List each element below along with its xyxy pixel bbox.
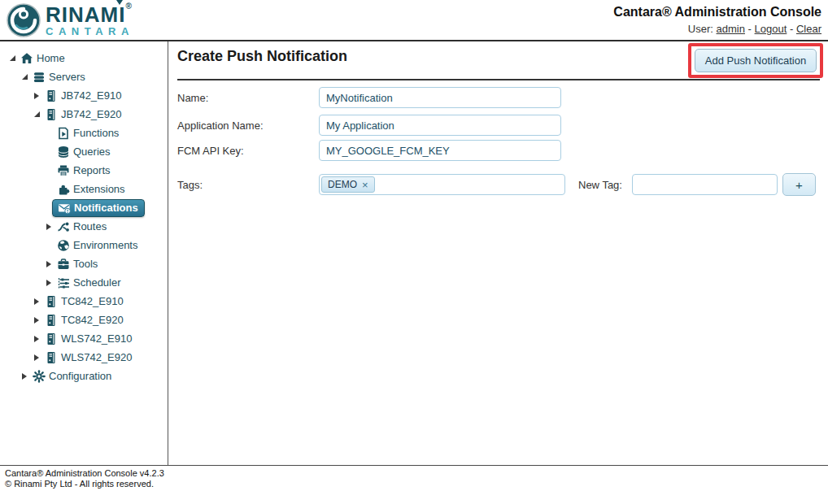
sidebar-item-servers[interactable]: Servers [0,67,168,86]
fcm-api-key-label: FCM API Key: [177,145,244,157]
brand-text: RINAMI® CANTARA [46,4,134,37]
sidebar-item-label: Functions [73,127,119,139]
configuration-icon [33,370,46,383]
servers-icon [33,71,46,84]
sidebar-item-label: Extensions [73,183,125,195]
app-header: RINAMI® CANTARA Cantara® Administration … [0,0,828,41]
scheduler-icon [57,276,70,289]
sidebar-item-jb742-e910[interactable]: JB742_E910 [0,86,168,105]
user-session-bar: User: admin - Logout - Clear [613,23,821,35]
arrow-spacer [43,165,54,176]
sidebar-item-tc842-e920[interactable]: TC842_E920 [0,311,168,329]
fcm-api-key-input[interactable] [319,140,561,161]
server-icon [45,108,58,121]
server-icon [45,351,58,364]
collapse-arrow-icon[interactable] [31,109,42,120]
logout-link[interactable]: Logout [755,23,787,35]
sidebar-item-tc842-e910[interactable]: TC842_E910 [0,292,168,311]
sidebar-item-label: Notifications [74,202,138,214]
brand-name-rinami: RINAMI® [46,4,134,25]
expand-arrow-icon[interactable] [43,277,54,289]
brand-triangle-accent [116,0,123,5]
sidebar-item-label: WLS742_E910 [61,332,132,345]
arrow-spacer [43,184,54,195]
sidebar-item-label: JB742_E910 [61,89,121,102]
name-label: Name: [177,92,208,104]
add-push-notification-button[interactable]: Add Push Notification [695,49,817,72]
separator: - [790,23,793,35]
sidebar-item-configuration[interactable]: Configuration [0,367,168,385]
application-name-label: Application Name: [177,119,264,132]
brand-logo: RINAMI® CANTARA [7,3,134,37]
cantara-admin-console: RINAMI® CANTARA Cantara® Administration … [0,0,828,504]
expand-arrow-icon[interactable] [31,352,42,363]
collapse-arrow-icon[interactable] [19,72,30,83]
expand-arrow-icon[interactable] [43,221,54,232]
sidebar-item-label: TC842_E910 [61,295,124,307]
expand-arrow-icon[interactable] [31,315,42,326]
sidebar-item-tools[interactable]: Tools [0,254,168,273]
console-title: Cantara® Administration Console [613,5,821,20]
arrow-spacer [43,146,54,158]
arrow-spacer [43,128,54,139]
sidebar-item-queries[interactable]: Queries [0,142,168,161]
sidebar-item-routes[interactable]: Routes [0,217,168,236]
arrow-spacer [43,240,54,251]
sidebar-item-label: Home [37,52,65,64]
sidebar-item-label: Scheduler [73,276,121,289]
registered-mark: ® [125,2,132,11]
sidebar-item-functions[interactable]: Functions [0,124,168,142]
expand-arrow-icon[interactable] [31,333,42,345]
sidebar-item-label: Configuration [49,370,111,382]
notifications-icon [58,202,71,215]
sidebar-item-extensions[interactable]: Extensions [0,180,168,198]
tags-label: Tags: [177,179,203,191]
rinami-logo-icon [7,3,41,37]
tools-icon [57,258,70,271]
routes-icon [57,220,70,233]
user-label: User: [688,23,713,35]
tags-input[interactable]: DEMO × [319,174,565,195]
tag-chip-label: DEMO [328,179,357,190]
expand-arrow-icon[interactable] [43,259,54,270]
sidebar-item-jb742-e920[interactable]: JB742_E920 [0,105,168,124]
navigation-tree: HomeServersJB742_E910JB742_E920Functions… [0,41,168,465]
expand-arrow-icon[interactable] [31,296,42,307]
page-title: Create Push Notification [177,48,347,65]
sidebar-item-label: TC842_E920 [61,314,124,326]
sidebar-item-notifications[interactable]: Notifications [0,198,168,217]
clear-link[interactable]: Clear [796,23,821,35]
new-tag-input[interactable] [632,174,778,195]
add-tag-button[interactable]: + [782,173,816,196]
expand-arrow-icon[interactable] [31,90,42,102]
sidebar-item-label: Routes [73,220,107,232]
sidebar-item-reports[interactable]: Reports [0,161,168,180]
collapse-arrow-icon[interactable] [7,53,18,64]
remove-tag-icon[interactable]: × [362,180,368,190]
separator: - [748,23,752,35]
sidebar-item-home[interactable]: Home [0,49,168,67]
reports-icon [57,164,70,177]
user-name-link[interactable]: admin [717,23,745,35]
extensions-icon [57,183,70,196]
server-icon [45,314,58,327]
sidebar-item-wls742-e910[interactable]: WLS742_E910 [0,329,168,348]
functions-icon [57,127,70,140]
expand-arrow-icon[interactable] [19,371,30,382]
server-icon [45,295,58,308]
sidebar-item-label: JB742_E920 [61,108,121,120]
sidebar-item-label: Servers [49,71,85,83]
name-input[interactable] [319,87,561,108]
sidebar-item-environments[interactable]: Environments [0,236,168,254]
environments-icon [57,239,70,252]
brand-name-cantara: CANTARA [46,26,134,37]
sidebar-item-scheduler[interactable]: Scheduler [0,273,168,292]
footer-version: Cantara® Administration Console v4.2.3 [5,468,828,479]
application-name-input[interactable] [319,115,561,136]
sidebar-item-label: Reports [73,164,111,176]
sidebar-item-label: WLS742_E920 [61,351,132,363]
server-icon [45,332,58,345]
sidebar-item-wls742-e920[interactable]: WLS742_E920 [0,348,168,367]
server-icon [45,89,58,102]
selected-item-highlight[interactable]: Notifications [52,199,145,217]
